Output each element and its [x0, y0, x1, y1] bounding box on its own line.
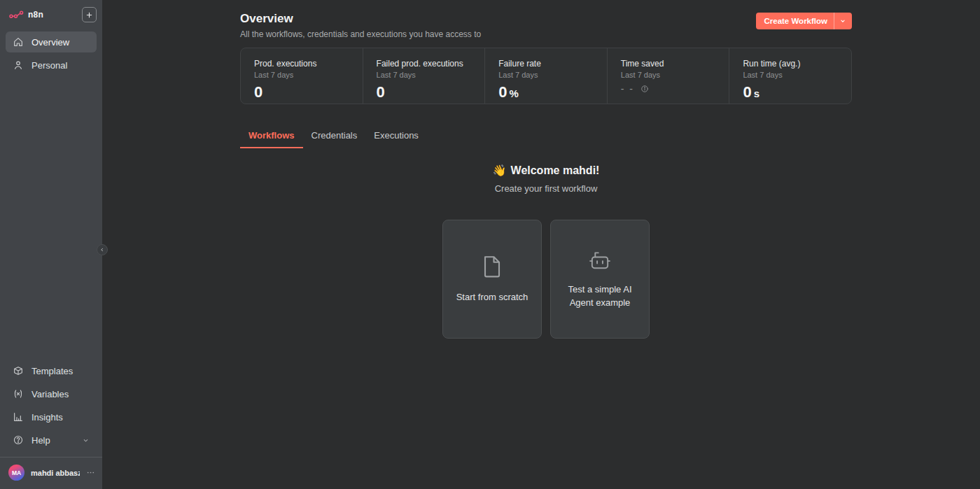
home-icon — [13, 36, 24, 48]
tab-executions[interactable]: Executions — [365, 130, 427, 148]
stats-bar: Prod. executions Last 7 days 0 Failed pr… — [240, 48, 852, 104]
sidebar-collapse-button[interactable] — [97, 244, 108, 255]
chevron-down-icon — [82, 437, 90, 444]
sidebar-item-label: Templates — [31, 366, 73, 376]
welcome-subtitle: Create your first workflow — [240, 183, 852, 194]
sidebar-item-label: Insights — [31, 412, 63, 423]
sidebar-item-variables[interactable]: Variables — [6, 383, 97, 404]
welcome-title-text: Welcome mahdi! — [511, 164, 600, 176]
sidebar-item-insights[interactable]: Insights — [6, 406, 97, 427]
user-icon — [13, 59, 24, 71]
stat-unit: s — [754, 87, 760, 99]
stat-unit: % — [509, 87, 518, 99]
chevron-left-icon — [99, 247, 105, 253]
sidebar-item-personal[interactable]: Personal — [6, 55, 97, 76]
main-content: Overview All the workflows, credentials … — [102, 0, 980, 489]
user-menu-row[interactable]: MA mahdi abbasz... — [0, 458, 102, 489]
n8n-logo-icon — [9, 10, 24, 20]
user-name: mahdi abbasz... — [31, 469, 80, 477]
create-workflow-label: Create Workflow — [764, 17, 827, 25]
stat-period: Last 7 days — [621, 71, 729, 79]
welcome-block: 👋Welcome mahdi! Create your first workfl… — [240, 164, 852, 194]
stat-period: Last 7 days — [377, 71, 485, 79]
start-from-scratch-card[interactable]: Start from scratch — [442, 220, 542, 339]
variables-icon — [13, 388, 24, 399]
tabs: Workflows Credentials Executions — [240, 130, 852, 148]
stat-label: Run time (avg.) — [743, 59, 851, 69]
stat-period: Last 7 days — [254, 71, 363, 79]
sidebar-item-help[interactable]: Help — [6, 430, 97, 451]
plus-icon — [85, 11, 93, 19]
actions-row: Start from scratch Test a simple AI Agen… — [240, 220, 852, 339]
stat-label: Failed prod. executions — [377, 59, 485, 69]
welcome-title: 👋Welcome mahdi! — [240, 164, 852, 177]
stat-label: Failure rate — [498, 59, 607, 69]
stat-value: 0 — [377, 83, 385, 101]
logo-text: n8n — [28, 10, 78, 20]
avatar: MA — [8, 465, 24, 481]
ai-agent-example-card[interactable]: Test a simple AI Agent example — [550, 220, 650, 339]
package-icon — [13, 365, 24, 376]
stat-value: - - — [621, 83, 634, 94]
sidebar-item-label: Overview — [31, 37, 69, 48]
stat-value: 0 — [498, 83, 507, 101]
ellipsis-menu-icon[interactable] — [86, 468, 95, 477]
page-title: Overview — [240, 12, 481, 26]
info-icon[interactable] — [640, 85, 649, 93]
tab-workflows[interactable]: Workflows — [240, 130, 303, 148]
document-icon — [482, 254, 503, 279]
sidebar-main-nav: Overview Personal — [0, 28, 102, 79]
stat-card-prod-executions: Prod. executions Last 7 days 0 — [241, 48, 363, 104]
sidebar-item-overview[interactable]: Overview — [6, 31, 97, 52]
tab-credentials[interactable]: Credentials — [303, 130, 366, 148]
bar-chart-icon — [13, 411, 24, 423]
stat-label: Time saved — [621, 59, 729, 69]
waving-hand-emoji: 👋 — [493, 164, 507, 176]
stat-period: Last 7 days — [743, 71, 851, 79]
stat-card-run-time-avg: Run time (avg.) Last 7 days 0 s — [729, 48, 851, 104]
help-icon — [13, 434, 24, 446]
stat-card-failed-prod-executions: Failed prod. executions Last 7 days 0 — [363, 48, 485, 104]
robot-icon — [587, 249, 613, 271]
create-workflow-button[interactable]: Create Workflow — [756, 13, 852, 29]
sidebar-item-label: Variables — [31, 389, 69, 399]
stat-value: 0 — [254, 83, 262, 101]
sidebar-item-templates[interactable]: Templates — [6, 360, 97, 381]
sidebar-bottom: Templates Variables Insights Help MA — [0, 358, 102, 489]
add-workflow-button[interactable] — [82, 7, 97, 22]
page-subtitle: All the workflows, credentials and execu… — [240, 29, 481, 39]
stat-label: Prod. executions — [254, 59, 363, 69]
sidebar-item-label: Help — [31, 435, 74, 446]
logo-row: n8n — [0, 0, 102, 28]
stat-card-failure-rate: Failure rate Last 7 days 0 % — [484, 48, 607, 104]
action-card-label: Test a simple AI Agent example — [559, 283, 641, 310]
sidebar: n8n Overview Personal — [0, 0, 102, 489]
action-card-label: Start from scratch — [456, 291, 528, 304]
sidebar-item-label: Personal — [31, 60, 67, 71]
stat-period: Last 7 days — [498, 71, 607, 79]
page-header: Overview All the workflows, credentials … — [240, 0, 852, 39]
stat-value: 0 — [743, 83, 751, 101]
chevron-down-icon[interactable] — [834, 13, 846, 29]
stat-card-time-saved: Time saved Last 7 days - - — [607, 48, 729, 104]
